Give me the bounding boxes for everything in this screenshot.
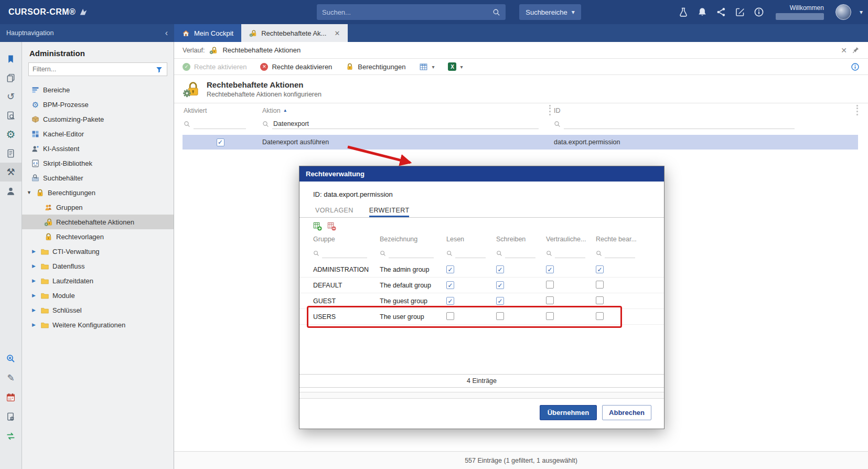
sidebar-item-customizing-pakete[interactable]: Customizing-Pakete — [22, 112, 174, 126]
filter-bezeichnung[interactable] — [380, 249, 446, 258]
pin-icon[interactable] — [852, 46, 860, 54]
checkbox-vertrauliche[interactable] — [546, 296, 554, 304]
sidebar-item-berechtigungen[interactable]: ▼Berechtigungen — [22, 185, 174, 200]
sidebar-item-laufzeitdaten[interactable]: ▶Laufzeitdaten — [22, 273, 174, 288]
activate-rights-button[interactable]: ✓ Rechte aktivieren — [183, 63, 247, 71]
avatar[interactable] — [835, 4, 851, 20]
sidebar-item-skript-bibliothek[interactable]: Skript-Bibliothek — [22, 156, 174, 170]
sidebar-item-cti-verwaltung[interactable]: ▶CTI-Verwaltung — [22, 244, 174, 259]
checkbox-lesen[interactable] — [446, 281, 454, 289]
close-view-icon[interactable]: ✕ — [841, 46, 847, 55]
filter-aktion[interactable] — [257, 119, 551, 129]
chevron-down-icon[interactable]: ▼ — [26, 190, 33, 195]
dialog-scrollbar-strip[interactable] — [299, 392, 664, 399]
close-tab-icon[interactable]: ✕ — [334, 29, 340, 37]
checkbox-schreiben[interactable] — [496, 312, 504, 320]
dialog-titlebar[interactable]: Rechteverwaltung — [299, 166, 664, 182]
sidebar-item-rechtebehaftete-aktionen[interactable]: Rechtebehaftete Aktionen — [22, 215, 174, 229]
checkbox-schreiben[interactable] — [496, 297, 504, 305]
tab-rechtebehaftete-aktionen[interactable]: Rechtebehaftete Ak... ✕ — [241, 24, 348, 42]
bookmarks-icon[interactable] — [0, 49, 22, 68]
column-header-rechte-bearbeiten[interactable]: Rechte bear... — [596, 236, 646, 243]
apply-button[interactable]: Übernehmen — [540, 405, 597, 420]
table-row[interactable]: GUEST The guest group — [299, 293, 664, 309]
history-item[interactable]: Rechtebehaftete Aktionen — [222, 46, 301, 54]
chevron-right-icon[interactable]: ▶ — [30, 263, 37, 269]
checkbox-schreiben[interactable] — [496, 265, 504, 273]
checkbox-rechte[interactable] — [596, 296, 604, 304]
document-settings-icon[interactable] — [0, 407, 22, 427]
notes-icon[interactable]: ✎ — [0, 368, 22, 388]
favorite-search-icon[interactable] — [0, 349, 22, 368]
filter-input[interactable] — [33, 66, 155, 73]
settings-gear-icon[interactable]: ⚙ — [0, 125, 22, 144]
tab-mein-cockpit[interactable]: Mein Cockpit — [174, 24, 241, 42]
filter-rechte[interactable] — [596, 249, 646, 258]
sidebar-item-gruppen[interactable]: Gruppen — [22, 200, 174, 215]
filter-gruppe[interactable] — [313, 249, 380, 258]
tab-vorlagen[interactable]: VORLAGEN — [315, 207, 353, 217]
checkbox-schreiben[interactable] — [496, 281, 504, 289]
sidebar-item-datenfluss[interactable]: ▶Datenfluss — [22, 259, 174, 273]
user-menu-chevron-icon[interactable]: ▾ — [860, 8, 863, 16]
filter-schreiben[interactable] — [496, 249, 546, 258]
column-header-schreiben[interactable]: Schreiben — [496, 236, 546, 243]
tab-erweitert[interactable]: ERWEITERT — [369, 207, 410, 217]
checkbox-rechte[interactable] — [596, 281, 604, 289]
table-row-users[interactable]: USERS The user group — [299, 309, 664, 325]
search-areas-button[interactable]: Suchbereiche ▾ — [519, 4, 581, 20]
deactivate-rights-button[interactable]: ✕ Rechte deaktivieren — [260, 63, 332, 71]
sidebar-item-bereiche[interactable]: Bereiche — [22, 82, 174, 97]
filter-aktion-input[interactable] — [272, 119, 539, 129]
process-flask-icon[interactable] — [678, 7, 689, 17]
sidebar-item-weitere-konfigurationen[interactable]: ▶Weitere Konfigurationen — [22, 317, 174, 332]
user-icon[interactable] — [0, 182, 22, 200]
notifications-bell-icon[interactable] — [697, 7, 708, 17]
filter-vertrauliche[interactable] — [546, 249, 596, 258]
filter-id[interactable] — [551, 119, 858, 129]
sidebar-item-bpm-prozesse[interactable]: ⚙BPM-Prozesse — [22, 97, 174, 112]
calendar-icon[interactable] — [0, 388, 22, 407]
cancel-button[interactable]: Abbrechen — [602, 405, 651, 420]
column-header-id[interactable]: ID — [551, 107, 858, 114]
checkbox-lesen[interactable] — [446, 297, 454, 305]
column-header-vertrauliche[interactable]: Vertrauliche... — [546, 236, 596, 243]
permissions-button[interactable]: Berechtigungen — [346, 62, 405, 71]
share-icon[interactable] — [716, 7, 726, 17]
table-row[interactable]: ADMINISTRATION The admin group — [299, 262, 664, 278]
column-header-lesen[interactable]: Lesen — [446, 236, 496, 243]
column-header-aktion[interactable]: Aktion▲ — [257, 107, 551, 114]
info-icon[interactable] — [754, 7, 764, 17]
excel-export-button[interactable]: X ▾ — [448, 62, 463, 71]
table-row-selected[interactable]: Datenexport ausführen data.export.permis… — [183, 135, 858, 150]
checkbox-rechte[interactable] — [596, 265, 604, 273]
search-icon[interactable] — [492, 8, 500, 16]
history-icon[interactable]: ↺ — [0, 87, 22, 106]
column-header-bezeichnung[interactable]: Bezeichnung — [380, 236, 446, 243]
documents-icon[interactable] — [0, 68, 22, 87]
search-input[interactable] — [322, 8, 492, 16]
collapse-sidebar-icon[interactable]: ‹ — [165, 28, 168, 38]
chevron-right-icon[interactable]: ▶ — [30, 249, 37, 254]
compose-icon[interactable] — [735, 7, 745, 17]
chevron-right-icon[interactable]: ▶ — [30, 307, 37, 313]
admin-tools-icon[interactable]: ⚒ — [0, 163, 22, 182]
chevron-right-icon[interactable]: ▶ — [30, 293, 37, 298]
sidebar-item-suchbehaelter[interactable]: Suchbehälter — [22, 170, 174, 185]
sidebar-item-module[interactable]: ▶Module — [22, 288, 174, 303]
checkbox-vertrauliche[interactable] — [546, 312, 554, 320]
checkbox-vertrauliche[interactable] — [546, 281, 554, 289]
sidebar-item-kachel-editor[interactable]: Kachel-Editor — [22, 126, 174, 141]
sidebar-item-schluessel[interactable]: ▶Schlüssel — [22, 303, 174, 317]
filter-aktiviert[interactable] — [183, 119, 257, 129]
row-activated-checkbox[interactable] — [217, 138, 224, 146]
chevron-right-icon[interactable]: ▶ — [30, 278, 37, 283]
document-search-icon[interactable] — [0, 106, 22, 125]
checkbox-vertrauliche[interactable] — [546, 265, 554, 273]
checkbox-lesen[interactable] — [446, 312, 454, 320]
checkbox-lesen[interactable] — [446, 265, 454, 273]
report-document-icon[interactable] — [0, 144, 22, 163]
column-header-gruppe[interactable]: Gruppe — [313, 236, 380, 243]
sync-arrows-icon[interactable] — [0, 427, 22, 446]
sidebar-item-rechtevorlagen[interactable]: Rechtevorlagen — [22, 229, 174, 244]
